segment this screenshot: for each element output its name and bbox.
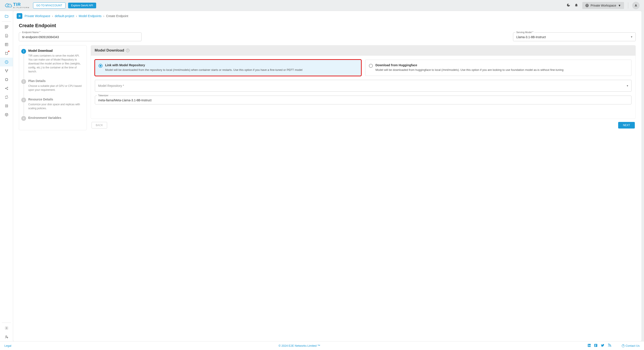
option-huggingface[interactable]: Download from Huggingface Model will be … — [365, 60, 632, 76]
serving-model-value: Llama-3.1-8B-Instruct — [516, 35, 632, 39]
step-3-desc: Customize your disk space and replicas w… — [28, 102, 83, 110]
sidebar-item-doc[interactable] — [0, 31, 13, 40]
network-icon — [585, 4, 589, 7]
chevron-down-icon: ▼ — [618, 4, 621, 7]
svg-point-21 — [588, 344, 588, 345]
breadcrumb: Private Workspace › default-project › Mo… — [24, 14, 128, 18]
serving-model-field[interactable]: Serving Model * Llama-3.1-8B-Instruct ▼ — [513, 33, 636, 41]
logo[interactable]: TIR AI PLATFORM — [4, 3, 30, 9]
question-icon: ? — [622, 344, 625, 347]
table-icon — [4, 43, 8, 47]
next-button[interactable]: NEXT — [618, 122, 635, 128]
step-4-title: Environment Variables — [28, 116, 83, 119]
sidebar-item-dashboard[interactable] — [0, 23, 13, 31]
model-repository-field[interactable]: Model Repository * ▼ — [95, 80, 632, 92]
breadcrumb-project[interactable]: default-project — [55, 14, 74, 18]
workspace-selector[interactable]: Private Workspace ▼ — [582, 2, 624, 9]
radio-selected-icon — [98, 64, 102, 68]
grid-icon — [4, 25, 8, 29]
step-env-vars[interactable]: 4 Environment Variables — [21, 116, 83, 121]
serving-model-label: Serving Model * — [516, 31, 534, 34]
option-2-title: Download from Huggingface — [376, 63, 564, 67]
sidebar-item-table[interactable] — [0, 40, 13, 49]
sidebar-item-folder[interactable] — [0, 12, 13, 21]
svg-point-17 — [6, 336, 7, 337]
chevron-down-icon: ▼ — [626, 84, 629, 87]
copyright: © 2024 E2E Networks Limited ™ — [12, 344, 588, 347]
myaccount-button[interactable]: GO TO MYACCOUNT — [33, 3, 66, 9]
linkedin-icon[interactable] — [588, 344, 591, 348]
share-icon — [4, 86, 8, 90]
svg-rect-4 — [5, 27, 6, 29]
endpoint-name-label: Endpoint Name * — [21, 31, 41, 34]
folder-icon — [4, 14, 8, 18]
sidebar-item-box[interactable] — [0, 110, 13, 119]
document-icon — [4, 34, 8, 38]
box-icon — [4, 113, 8, 117]
dark-mode-icon[interactable] — [566, 3, 570, 8]
breadcrumb-current: Create Endpoint — [106, 14, 128, 18]
svg-point-12 — [5, 88, 6, 89]
sidebar-item-sync[interactable] — [0, 93, 13, 102]
option-model-repository[interactable]: Link with Model Repository Model will be… — [95, 60, 361, 76]
tokenizer-label: Tokenizer — [97, 94, 109, 97]
tokenizer-field[interactable]: Tokenizer — [95, 96, 632, 104]
sidebar-item-chip[interactable] — [0, 75, 13, 84]
main-content: Private Workspace › default-project › Mo… — [13, 11, 641, 341]
sidebar-item-shop[interactable] — [0, 49, 13, 58]
logo-subtitle: AI PLATFORM — [13, 7, 30, 9]
sidebar-item-share[interactable] — [0, 84, 13, 93]
svg-point-18 — [7, 337, 8, 338]
svg-point-9 — [7, 70, 8, 70]
notification-dot — [8, 51, 10, 52]
sidebar-item-admin[interactable] — [0, 332, 13, 341]
header-divider — [628, 3, 628, 9]
deploy-icon — [4, 60, 8, 64]
option-1-desc: Model will be downloaded from the reposi… — [105, 68, 302, 72]
endpoint-name-field[interactable]: Endpoint Name * — [19, 33, 142, 41]
shopping-icon — [4, 51, 8, 55]
workspace-name: Private Workspace — [590, 4, 616, 7]
svg-point-23 — [608, 346, 609, 347]
chevron-down-icon: ▼ — [630, 36, 633, 38]
step-3-title: Resource Details — [28, 98, 83, 101]
sidebar-item-branch[interactable] — [0, 66, 13, 75]
page-title: Create Endpoint — [13, 20, 641, 33]
endpoint-name-input[interactable] — [22, 35, 138, 39]
option-1-title: Link with Model Repository — [105, 63, 302, 67]
expand-sidebar-button[interactable] — [17, 13, 22, 19]
help-icon[interactable]: ? — [126, 49, 130, 52]
rss-icon[interactable] — [608, 344, 611, 348]
radio-unselected-icon — [369, 64, 373, 68]
step-plan-details[interactable]: 2 Plan Details Choose a suitable plan of… — [21, 79, 83, 92]
model-repo-label: Model Repository * — [98, 84, 628, 88]
legal-link[interactable]: Legal — [4, 344, 12, 347]
option-2-desc: Model will be downloaded from huggingfac… — [376, 68, 564, 72]
sidebar-item-export[interactable] — [0, 102, 13, 110]
logo-text: TIR — [13, 2, 21, 7]
footer: Legal © 2024 E2E Networks Limited ™ ? Co… — [0, 341, 644, 350]
stepper: 1 Model Download TIR uses containers to … — [19, 45, 87, 130]
tokenizer-input[interactable] — [98, 98, 628, 102]
sidebar-item-settings[interactable] — [0, 324, 13, 332]
svg-point-8 — [5, 70, 6, 70]
step-2-desc: Choose a suitable plan of GPU or CPU bas… — [28, 84, 83, 92]
panel-title: Model Download — [95, 48, 124, 53]
breadcrumb-workspace[interactable]: Private Workspace — [24, 14, 50, 18]
svg-rect-6 — [5, 43, 8, 46]
avatar[interactable]: A — [632, 2, 640, 9]
step-model-download[interactable]: 1 Model Download TIR uses containers to … — [21, 49, 83, 73]
genai-api-button[interactable]: Explore GenAI API — [68, 3, 96, 8]
bell-icon[interactable] — [574, 3, 578, 8]
breadcrumb-endpoints[interactable]: Model Endpoints — [79, 14, 102, 18]
contact-link[interactable]: ? Contact Us — [622, 344, 640, 347]
facebook-icon[interactable] — [594, 344, 598, 348]
sidebar-item-deploy[interactable] — [0, 58, 13, 66]
step-1-desc: TIR uses containers to serve the model A… — [28, 54, 83, 73]
svg-rect-11 — [6, 79, 8, 81]
twitter-icon[interactable] — [601, 343, 604, 348]
step-resource-details[interactable]: 3 Resource Details Customize your disk s… — [21, 98, 83, 110]
svg-rect-20 — [588, 345, 588, 346]
sidebar — [0, 11, 13, 341]
back-button[interactable]: BACK — [92, 122, 107, 128]
